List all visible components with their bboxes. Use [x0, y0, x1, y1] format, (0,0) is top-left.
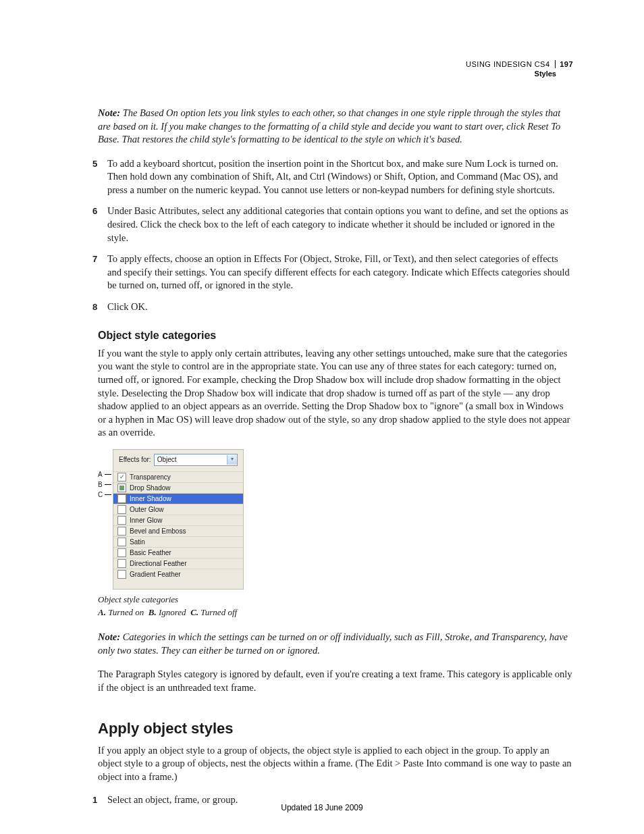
note-label: Note: [98, 107, 120, 118]
list-item[interactable]: Drop Shadow [113, 482, 243, 493]
para-apply-group: If you apply an object style to a group … [98, 744, 573, 784]
step-number: 7 [92, 253, 107, 292]
chapter-title: Styles [466, 69, 556, 78]
checkbox-mixed-icon[interactable] [117, 484, 126, 492]
list-item[interactable]: Basic Feather [113, 547, 243, 558]
checkbox-off-icon[interactable] [117, 538, 126, 546]
effects-list: ✓ Transparency Drop Shadow Inner Shadow [113, 471, 243, 579]
chevron-down-icon: ▾ [227, 455, 237, 465]
callout-a: A [98, 470, 113, 479]
checkbox-checked-icon[interactable]: ✓ [117, 473, 126, 481]
list-item[interactable]: Inner Glow [113, 515, 243, 525]
note-text: The Based On option lets you link styles… [98, 107, 560, 145]
step-text: Click OK. [107, 301, 573, 314]
effects-for-value: Object [157, 455, 177, 465]
note-text: Categories in which the settings can be … [98, 631, 568, 656]
step-text: To apply effects, choose an option in Ef… [107, 253, 573, 292]
step-text: To add a keyboard shortcut, position the… [107, 157, 573, 197]
callout-b: B [98, 480, 113, 490]
step-6: 6 Under Basic Attributes, select any add… [98, 205, 573, 244]
effects-for-row: Effects for: Object ▾ [113, 450, 243, 471]
steps-list: 5 To add a keyboard shortcut, position t… [98, 157, 573, 314]
checkbox-off-icon[interactable] [117, 516, 126, 525]
step-5: 5 To add a keyboard shortcut, position t… [98, 157, 573, 197]
effects-for-label: Effects for: [119, 455, 151, 465]
step-8: 8 Click OK. [98, 301, 573, 314]
book-title: USING INDESIGN CS4 [466, 60, 550, 68]
content: Note: The Based On option lets you link … [98, 59, 573, 806]
list-item[interactable]: Inner Shadow [113, 493, 243, 504]
list-item[interactable]: ✓ Transparency [113, 471, 243, 482]
running-header: USING INDESIGN CS4 197 Styles [466, 59, 573, 79]
step-number: 5 [92, 157, 107, 197]
checkbox-off-icon[interactable] [117, 527, 126, 536]
note-based-on: Note: The Based On option lets you link … [98, 107, 573, 147]
effects-panel: Effects for: Object ▾ ✓ Transparency [113, 449, 244, 590]
checkbox-off-icon[interactable] [117, 559, 126, 568]
step-7: 7 To apply effects, choose an option in … [98, 253, 573, 292]
page: USING INDESIGN CS4 197 Styles Note: The … [0, 0, 644, 834]
effects-for-dropdown[interactable]: Object ▾ [154, 454, 238, 466]
page-number: 197 [555, 60, 573, 68]
step-number: 6 [92, 205, 107, 244]
checkbox-off-icon[interactable] [117, 494, 126, 503]
callout-c: C [98, 490, 113, 500]
list-item[interactable]: Bevel and Emboss [113, 525, 243, 536]
list-item[interactable]: Gradient Feather [113, 569, 243, 579]
note-two-states: Note: Categories in which the settings c… [98, 631, 573, 657]
list-item[interactable]: Directional Feather [113, 558, 243, 569]
heading-apply-object-styles: Apply object styles [98, 719, 573, 739]
step-text: Under Basic Attributes, select any addit… [107, 205, 573, 244]
checkbox-off-icon[interactable] [117, 570, 126, 579]
footer-updated: Updated 18 June 2009 [0, 803, 644, 812]
figure-caption: Object style categories [98, 594, 573, 606]
checkbox-off-icon[interactable] [117, 548, 126, 557]
figure-object-style-categories: A B C Effects for: Object ▾ [98, 449, 573, 619]
checkbox-off-icon[interactable] [117, 505, 126, 514]
list-item[interactable]: Outer Glow [113, 504, 243, 515]
para-categories-states: If you want the style to apply only cert… [98, 347, 573, 440]
step-number: 8 [92, 301, 107, 314]
list-item[interactable]: Satin [113, 536, 243, 547]
figure-legend: A. Turned on B. Ignored C. Turned off [98, 606, 573, 619]
para-paragraph-styles: The Paragraph Styles category is ignored… [98, 668, 573, 694]
note-label: Note: [98, 631, 120, 642]
subhead-object-style-categories: Object style categories [98, 328, 573, 343]
